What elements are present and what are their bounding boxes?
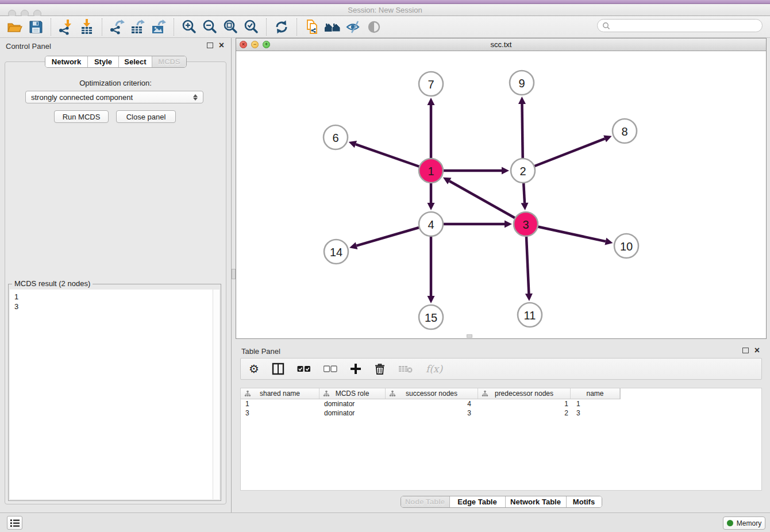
edge-arrowhead	[502, 167, 509, 175]
column-header-predecessor-nodes[interactable]: predecessor nodes	[478, 388, 571, 399]
edge-arrowhead	[518, 97, 526, 104]
tab-motifs[interactable]: Motifs	[566, 496, 602, 507]
list-icon	[10, 519, 20, 527]
network-window-titlebar[interactable]: × − + scc.txt	[236, 38, 766, 51]
column-type-icon	[389, 390, 396, 397]
edge-arrowhead	[428, 203, 435, 210]
import-table-icon[interactable]	[76, 18, 97, 36]
graph-node-6[interactable]: 6	[324, 125, 348, 149]
tab-style[interactable]: Style	[87, 56, 118, 67]
table-row[interactable]: 3dominator323	[241, 408, 761, 418]
neighbors-icon[interactable]	[322, 18, 343, 36]
table-cell[interactable]: 2	[478, 408, 571, 418]
close-panel-icon[interactable]: ×	[219, 42, 224, 49]
search-icon	[602, 22, 610, 30]
table-settings-icon[interactable]: ⚙	[249, 362, 259, 376]
graph-node-11[interactable]: 11	[518, 303, 542, 327]
column-header-MCDS-role[interactable]: MCDS role	[319, 388, 386, 399]
column-header-name[interactable]: name	[571, 388, 620, 399]
graph-edge-3-1[interactable]	[449, 181, 526, 224]
open-session-icon[interactable]	[5, 18, 25, 36]
function-builder-icon-disabled: f(x)	[426, 362, 442, 376]
dropdown-value: strongly connected component	[31, 93, 193, 102]
table-cell[interactable]: 1	[478, 399, 571, 408]
app-titlebar: Session: New Session	[0, 4, 770, 16]
optimization-criterion-dropdown[interactable]: strongly connected component	[25, 91, 203, 103]
table-cell[interactable]: 3	[386, 408, 478, 418]
deselect-all-icon[interactable]	[324, 362, 337, 376]
desktop-background	[0, 0, 770, 4]
graph-node-15[interactable]: 15	[419, 305, 443, 329]
select-all-icon[interactable]	[297, 362, 311, 376]
tab-mcds[interactable]: MCDS	[152, 56, 186, 67]
graph-node-3[interactable]: 3	[514, 212, 538, 236]
edge-arrowhead	[349, 242, 357, 249]
table-tabs: Node TableEdge TableNetwork TableMotifs	[401, 496, 602, 508]
show-hide-icon[interactable]	[343, 18, 364, 36]
graph-node-14[interactable]: 14	[324, 240, 348, 264]
table-cell[interactable]: dominator	[319, 408, 386, 418]
task-history-button[interactable]	[7, 516, 22, 530]
column-header-successor-nodes[interactable]: successor nodes	[386, 388, 478, 399]
network-graph-canvas[interactable]: 7968124314101511	[236, 51, 766, 338]
svg-text:7: 7	[428, 78, 434, 91]
column-header-shared-name[interactable]: shared name	[241, 388, 319, 399]
table-cell[interactable]: 3	[571, 408, 620, 418]
table-cell[interactable]: 1	[571, 399, 620, 408]
graph-node-4[interactable]: 4	[419, 212, 443, 236]
export-network-icon[interactable]	[107, 18, 128, 36]
graph-node-10[interactable]: 10	[614, 234, 638, 258]
table-cell[interactable]: 4	[386, 399, 478, 408]
zoom-out-icon[interactable]	[199, 18, 220, 36]
scrollbar-nub[interactable]	[467, 334, 472, 338]
tab-node-table[interactable]: Node Table	[401, 496, 449, 507]
run-mcds-button[interactable]: Run MCDS	[54, 110, 109, 123]
table-cell[interactable]: 3	[241, 408, 319, 418]
tab-network[interactable]: Network	[45, 56, 87, 67]
float-panel-icon[interactable]	[207, 43, 213, 48]
memory-button[interactable]: Memory	[723, 516, 765, 530]
tab-edge-table[interactable]: Edge Table	[449, 496, 505, 507]
mcds-result-group: MCDS result (2 nodes) 13	[8, 284, 221, 501]
network-view-window: × − + scc.txt 7968124314101511	[236, 38, 767, 339]
clone-network-icon[interactable]	[302, 18, 322, 36]
add-row-icon[interactable]	[350, 362, 361, 376]
graph-edge-2-8[interactable]	[523, 138, 605, 171]
panel-splitter-handle[interactable]	[232, 269, 236, 279]
save-session-icon[interactable]	[25, 18, 46, 36]
tab-select[interactable]: Select	[118, 56, 152, 67]
graph-node-2[interactable]: 2	[511, 159, 535, 183]
close-panel-button[interactable]: Close panel	[116, 110, 176, 123]
refresh-icon[interactable]	[271, 18, 292, 36]
zoom-fit-icon[interactable]	[220, 18, 241, 36]
delete-icon[interactable]	[374, 362, 386, 376]
zoom-in-icon[interactable]	[179, 18, 199, 36]
toolbar-separator	[174, 18, 174, 36]
show-columns-icon[interactable]	[272, 362, 284, 376]
svg-text:15: 15	[425, 311, 437, 324]
graph-node-8[interactable]: 8	[613, 119, 637, 143]
float-panel-icon[interactable]	[742, 348, 749, 353]
export-image-icon[interactable]	[148, 18, 169, 36]
edge-arrowhead	[605, 238, 613, 245]
table-row[interactable]: 1dominator411	[241, 399, 761, 408]
table-cell[interactable]: 1	[241, 399, 319, 408]
eye-disabled-icon	[364, 18, 384, 36]
close-panel-icon[interactable]: ×	[754, 347, 760, 354]
zoom-selected-icon[interactable]	[241, 18, 261, 36]
tab-network-table[interactable]: Network Table	[505, 496, 566, 507]
search-field[interactable]	[613, 21, 762, 31]
table-cell[interactable]: dominator	[319, 399, 386, 408]
mcds-result-list[interactable]: 13	[10, 290, 220, 499]
export-table-icon[interactable]	[128, 18, 148, 36]
import-network-icon[interactable]	[56, 18, 76, 36]
toolbar-separator	[102, 18, 102, 36]
toolbar-separator	[51, 18, 51, 36]
search-input[interactable]	[597, 19, 763, 32]
graph-node-9[interactable]: 9	[510, 71, 534, 95]
graph-node-7[interactable]: 7	[419, 72, 443, 96]
control-panel-tabs: NetworkStyleSelectMCDS	[45, 56, 187, 68]
graph-node-1[interactable]: 1	[419, 159, 443, 183]
column-type-icon	[323, 390, 330, 397]
scrollbar-track[interactable]	[213, 290, 220, 499]
